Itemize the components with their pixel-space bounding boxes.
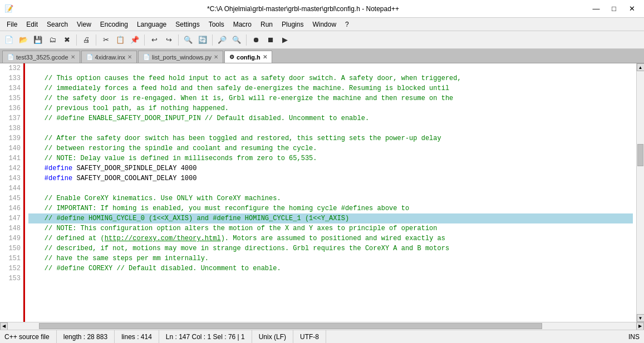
- code-line: // This option causes the feed hold inpu…: [28, 73, 633, 83]
- replace-button[interactable]: 🔄: [196, 33, 209, 47]
- tab-icon: 📄: [86, 54, 93, 60]
- menu-item-run[interactable]: Run: [256, 19, 277, 29]
- vertical-scrollbar[interactable]: ▲ ▼: [636, 63, 644, 322]
- code-line: [28, 274, 633, 284]
- line-number: 136: [2, 103, 21, 113]
- code-line: #define SAFETY_DOOR_SPINDLE_DELAY 4000: [28, 163, 633, 173]
- code-line: // the safety door is re-engaged. When i…: [28, 93, 633, 103]
- scroll-up-button[interactable]: ▲: [637, 63, 645, 71]
- tab-close-button[interactable]: ✕: [71, 54, 75, 60]
- zoom-out-button[interactable]: 🔍: [230, 33, 243, 47]
- tab-close-button[interactable]: ✕: [263, 54, 267, 60]
- menu-item-search[interactable]: Search: [42, 19, 72, 29]
- line-number: 133: [2, 73, 21, 83]
- menu-item-settings[interactable]: Settings: [171, 19, 204, 29]
- code-line: [28, 183, 633, 193]
- code-line: // #define HOMING_CYCLE_0 (1<<X_AXIS) an…: [28, 213, 633, 223]
- line-number: 132: [2, 63, 21, 73]
- line-number: 134: [2, 83, 21, 93]
- line-number: 143: [2, 173, 21, 183]
- line-number: 145: [2, 193, 21, 203]
- code-line: // have the same steps per mm internally…: [28, 253, 633, 264]
- paste-button[interactable]: 📌: [128, 33, 141, 47]
- minimize-button[interactable]: —: [588, 3, 604, 15]
- tab-test33-3525-gcode[interactable]: 📄test33_3525.gcode✕: [2, 51, 80, 63]
- tab-4xidraw-inx[interactable]: 📄4xidraw.inx✕: [81, 51, 137, 63]
- macro-play-button[interactable]: ▶: [278, 33, 292, 47]
- tab-config-h[interactable]: ⚙config.h✕: [224, 51, 272, 63]
- toolbar-sep-5: [212, 34, 213, 46]
- line-number: 146: [2, 203, 21, 213]
- app-icon: 📝: [4, 4, 13, 13]
- status-encoding: UTF-8: [293, 330, 326, 343]
- redo-button[interactable]: ↪: [162, 33, 175, 47]
- tab-close-button[interactable]: ✕: [214, 54, 218, 60]
- status-bar: C++ source file length : 28 883 lines : …: [0, 330, 644, 343]
- line-number: 153: [2, 274, 21, 284]
- close-button[interactable]: ✕: [624, 3, 640, 15]
- editor-scroll: 1321331341351361371381391401411421431441…: [0, 63, 644, 322]
- undo-button[interactable]: ↩: [148, 33, 161, 47]
- toolbar-sep-6: [246, 34, 247, 46]
- scroll-down-button[interactable]: ▼: [637, 314, 645, 322]
- code-line: // After the safety door switch has been…: [28, 133, 633, 143]
- new-button[interactable]: 📄: [2, 33, 16, 47]
- menu-item-macro[interactable]: Macro: [229, 19, 256, 29]
- code-line: // NOTE: This configuration option alter…: [28, 223, 633, 233]
- maximize-button[interactable]: □: [606, 3, 622, 15]
- save-all-button[interactable]: 🗂: [46, 33, 59, 47]
- code-line: [28, 63, 633, 73]
- horizontal-scrollbar[interactable]: ◀ ▶: [0, 322, 644, 330]
- tab-close-button[interactable]: ✕: [127, 54, 132, 60]
- close-file-button[interactable]: ✖: [60, 33, 73, 47]
- code-line: // #define COREXY // Default disabled. U…: [28, 264, 633, 274]
- status-ins: INS: [622, 330, 640, 343]
- line-number: 148: [2, 223, 21, 233]
- menu-item-plugins[interactable]: Plugins: [277, 19, 308, 29]
- scroll-left-button[interactable]: ◀: [0, 322, 8, 330]
- code-area[interactable]: // This option causes the feed hold inpu…: [25, 63, 636, 322]
- toolbar-sep-2: [96, 34, 96, 46]
- status-length: length : 28 883: [57, 330, 115, 343]
- print-button[interactable]: 🖨: [80, 33, 93, 47]
- tab-label: 4xidraw.inx: [95, 54, 125, 61]
- scroll-thumb-h[interactable]: [39, 323, 542, 329]
- save-button[interactable]: 💾: [31, 33, 45, 47]
- macro-record-button[interactable]: ⏺: [249, 33, 263, 47]
- tab-label: config.h: [237, 54, 260, 61]
- menu-item-view[interactable]: View: [72, 19, 96, 29]
- menu-item-language[interactable]: Language: [132, 19, 171, 29]
- line-number: 149: [2, 233, 21, 243]
- scroll-thumb-v[interactable]: [637, 144, 643, 166]
- macro-stop-button[interactable]: ⏹: [264, 33, 277, 47]
- scroll-track-v[interactable]: [637, 71, 644, 314]
- tab-icon: ⚙: [229, 54, 234, 60]
- code-line: // described, if not, motions may move i…: [28, 243, 633, 253]
- code-line: // IMPORTANT: If homing is enabled, you …: [28, 203, 633, 213]
- menu-item-window[interactable]: Window: [308, 19, 341, 29]
- toolbar-sep-1: [76, 34, 77, 46]
- line-number: 137: [2, 113, 21, 123]
- status-line-ending: Unix (LF): [252, 330, 293, 343]
- title-text: *C:\A Ohjelmia\grbl-master\grbl-master\g…: [18, 5, 588, 13]
- tab-list-ports-windows-py[interactable]: 📄list_ports_windows.py✕: [138, 51, 223, 63]
- menu-item-tools[interactable]: Tools: [204, 19, 229, 29]
- line-number: 135: [2, 93, 21, 103]
- menu-item-edit[interactable]: Edit: [22, 19, 42, 29]
- toolbar-sep-4: [178, 34, 179, 46]
- copy-button[interactable]: 📋: [114, 33, 127, 47]
- menu-item-encoding[interactable]: Encoding: [96, 19, 132, 29]
- code-line: // NOTE: Delay value is defined in milli…: [28, 153, 633, 163]
- menu-item-file[interactable]: File: [2, 19, 22, 29]
- cut-button[interactable]: ✂: [99, 33, 112, 47]
- menu-item-?[interactable]: ?: [341, 19, 353, 29]
- scroll-right-button[interactable]: ▶: [636, 322, 644, 330]
- line-number: 144: [2, 183, 21, 193]
- title-bar: 📝 *C:\A Ohjelmia\grbl-master\grbl-master…: [0, 0, 644, 18]
- line-number: 140: [2, 143, 21, 153]
- open-button[interactable]: 📂: [17, 33, 30, 47]
- tab-icon: 📄: [7, 54, 14, 60]
- scroll-track-h[interactable]: [8, 322, 636, 330]
- zoom-in-button[interactable]: 🔎: [215, 33, 229, 47]
- find-button[interactable]: 🔍: [181, 33, 195, 47]
